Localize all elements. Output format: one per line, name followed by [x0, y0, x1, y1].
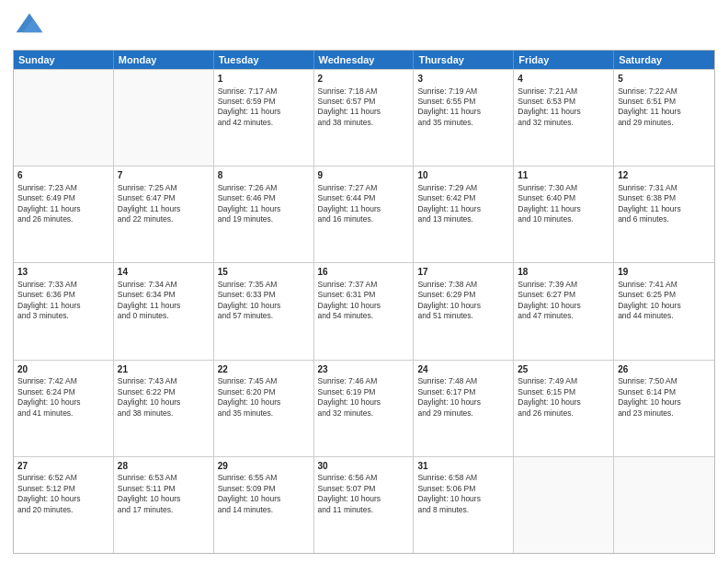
sunrise-line: Sunrise: 7:45 AM [218, 376, 310, 386]
day-number: 1 [218, 73, 310, 86]
sunset-line: Sunset: 6:31 PM [318, 290, 410, 300]
day-number: 2 [318, 73, 410, 86]
daylight-line2: and 32 minutes. [518, 118, 609, 128]
daylight-line1: Daylight: 10 hours [518, 397, 609, 408]
day-number: 12 [618, 169, 711, 182]
sunset-line: Sunset: 6:24 PM [17, 387, 109, 397]
cal-cell [114, 70, 214, 166]
sunrise-line: Sunrise: 6:52 AM [17, 473, 109, 483]
logo-icon [13, 9, 46, 42]
daylight-line1: Daylight: 11 hours [417, 107, 509, 117]
day-number: 23 [318, 363, 410, 376]
sunrise-line: Sunrise: 7:48 AM [417, 376, 509, 386]
daylight-line1: Daylight: 11 hours [218, 204, 310, 214]
cal-cell: 27Sunrise: 6:52 AMSunset: 5:12 PMDayligh… [14, 457, 114, 553]
daylight-line1: Daylight: 11 hours [218, 107, 310, 117]
sunset-line: Sunset: 6:17 PM [417, 387, 509, 397]
sunrise-line: Sunrise: 7:18 AM [318, 86, 410, 97]
cal-week-2: 6Sunrise: 7:23 AMSunset: 6:49 PMDaylight… [14, 166, 714, 262]
cal-cell: 22Sunrise: 7:45 AMSunset: 6:20 PMDayligh… [214, 361, 314, 456]
daylight-line1: Daylight: 10 hours [417, 301, 509, 311]
cal-cell: 13Sunrise: 7:33 AMSunset: 6:36 PMDayligh… [14, 263, 114, 359]
day-number: 7 [118, 169, 210, 182]
sunset-line: Sunset: 6:29 PM [417, 290, 509, 300]
cal-cell: 4Sunrise: 7:21 AMSunset: 6:53 PMDaylight… [514, 70, 614, 166]
day-number: 17 [417, 266, 509, 279]
sunrise-line: Sunrise: 7:19 AM [417, 86, 509, 97]
daylight-line1: Daylight: 10 hours [417, 397, 509, 408]
daylight-line2: and 20 minutes. [17, 505, 109, 515]
daylight-line1: Daylight: 10 hours [518, 301, 609, 311]
daylight-line1: Daylight: 10 hours [17, 494, 109, 504]
sunset-line: Sunset: 6:49 PM [17, 193, 109, 203]
sunrise-line: Sunrise: 7:30 AM [518, 183, 609, 193]
cal-cell: 31Sunrise: 6:58 AMSunset: 5:06 PMDayligh… [414, 457, 514, 553]
day-number: 29 [218, 460, 310, 473]
cal-cell: 28Sunrise: 6:53 AMSunset: 5:11 PMDayligh… [114, 457, 214, 553]
sunset-line: Sunset: 6:36 PM [17, 290, 109, 300]
sunset-line: Sunset: 6:40 PM [518, 193, 609, 203]
cal-cell: 7Sunrise: 7:25 AMSunset: 6:47 PMDaylight… [114, 167, 214, 262]
day-number: 19 [618, 266, 711, 279]
daylight-line2: and 26 minutes. [17, 214, 109, 224]
cal-header-monday: Monday [114, 51, 214, 69]
day-number: 21 [118, 363, 210, 376]
daylight-line2: and 16 minutes. [318, 214, 410, 224]
daylight-line2: and 23 minutes. [618, 408, 711, 419]
cal-cell: 12Sunrise: 7:31 AMSunset: 6:38 PMDayligh… [614, 167, 714, 262]
sunset-line: Sunset: 6:55 PM [417, 97, 509, 107]
daylight-line1: Daylight: 10 hours [218, 494, 310, 504]
cal-header-thursday: Thursday [414, 51, 514, 69]
day-number: 31 [417, 460, 509, 473]
daylight-line2: and 8 minutes. [417, 505, 509, 515]
sunrise-line: Sunrise: 7:34 AM [118, 280, 210, 290]
cal-cell: 14Sunrise: 7:34 AMSunset: 6:34 PMDayligh… [114, 263, 214, 359]
logo [13, 9, 50, 42]
cal-cell: 9Sunrise: 7:27 AMSunset: 6:44 PMDaylight… [314, 167, 415, 262]
sunset-line: Sunset: 6:20 PM [218, 387, 310, 397]
daylight-line1: Daylight: 11 hours [118, 204, 210, 214]
day-number: 27 [17, 460, 109, 473]
sunset-line: Sunset: 6:14 PM [618, 387, 711, 397]
cal-header-friday: Friday [514, 51, 614, 69]
cal-cell: 25Sunrise: 7:49 AMSunset: 6:15 PMDayligh… [514, 361, 614, 456]
cal-cell: 5Sunrise: 7:22 AMSunset: 6:51 PMDaylight… [614, 70, 714, 166]
sunrise-line: Sunrise: 7:22 AM [618, 86, 711, 97]
day-number: 5 [618, 73, 711, 86]
sunset-line: Sunset: 6:38 PM [618, 193, 711, 203]
daylight-line2: and 22 minutes. [118, 214, 210, 224]
daylight-line2: and 29 minutes. [417, 408, 509, 419]
daylight-line2: and 57 minutes. [218, 311, 310, 321]
daylight-line1: Daylight: 11 hours [417, 204, 509, 214]
daylight-line1: Daylight: 10 hours [618, 301, 711, 311]
cal-cell: 6Sunrise: 7:23 AMSunset: 6:49 PMDaylight… [14, 167, 114, 262]
page: SundayMondayTuesdayWednesdayThursdayFrid… [0, 0, 728, 563]
day-number: 18 [518, 266, 609, 279]
calendar-body: 1Sunrise: 7:17 AMSunset: 6:59 PMDaylight… [14, 69, 714, 553]
daylight-line2: and 11 minutes. [318, 505, 410, 515]
cal-header-wednesday: Wednesday [314, 51, 415, 69]
daylight-line2: and 54 minutes. [318, 311, 410, 321]
daylight-line2: and 29 minutes. [618, 118, 711, 128]
sunrise-line: Sunrise: 7:39 AM [518, 280, 609, 290]
header [13, 9, 715, 42]
sunset-line: Sunset: 6:22 PM [118, 387, 210, 397]
sunrise-line: Sunrise: 7:37 AM [318, 280, 410, 290]
cal-cell: 30Sunrise: 6:56 AMSunset: 5:07 PMDayligh… [314, 457, 415, 553]
daylight-line2: and 6 minutes. [618, 214, 711, 224]
daylight-line1: Daylight: 11 hours [118, 301, 210, 311]
cal-cell: 15Sunrise: 7:35 AMSunset: 6:33 PMDayligh… [214, 263, 314, 359]
sunrise-line: Sunrise: 6:56 AM [318, 473, 410, 483]
cal-week-4: 20Sunrise: 7:42 AMSunset: 6:24 PMDayligh… [14, 360, 714, 456]
daylight-line2: and 10 minutes. [518, 214, 609, 224]
cal-cell: 8Sunrise: 7:26 AMSunset: 6:46 PMDaylight… [214, 167, 314, 262]
sunset-line: Sunset: 5:06 PM [417, 484, 509, 494]
day-number: 4 [518, 73, 609, 86]
daylight-line2: and 19 minutes. [218, 214, 310, 224]
sunrise-line: Sunrise: 7:50 AM [618, 376, 711, 386]
cal-cell: 2Sunrise: 7:18 AMSunset: 6:57 PMDaylight… [314, 70, 415, 166]
sunset-line: Sunset: 5:12 PM [17, 484, 109, 494]
day-number: 16 [318, 266, 410, 279]
cal-header-sunday: Sunday [14, 51, 114, 69]
sunrise-line: Sunrise: 6:58 AM [417, 473, 509, 483]
